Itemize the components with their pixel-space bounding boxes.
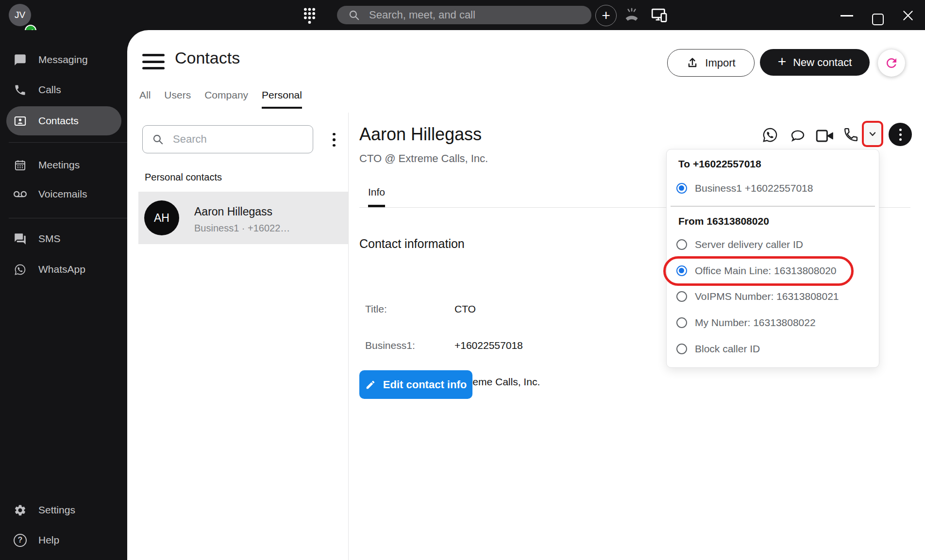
contacts-section-label: Personal contacts (145, 172, 222, 183)
sidebar-divider (9, 218, 127, 218)
message-action-icon[interactable] (790, 128, 806, 143)
sidebar-item-settings[interactable]: Settings (0, 496, 127, 524)
sidebar-divider (9, 142, 127, 143)
incoming-call-icon[interactable] (623, 7, 640, 23)
contacts-tabs: All Users Company Personal (139, 89, 302, 107)
new-contact-button[interactable]: + New contact (760, 49, 870, 76)
maximize-button[interactable] (872, 14, 884, 25)
gear-icon (14, 504, 27, 517)
tab-personal[interactable]: Personal (262, 89, 302, 107)
sidebar-item-voicemails[interactable]: Voicemails (0, 181, 127, 208)
sidebar-item-label: WhatsApp (38, 264, 85, 275)
more-options-kebab-button[interactable] (889, 123, 912, 146)
tab-all[interactable]: All (139, 89, 151, 107)
menu-icon[interactable] (142, 54, 165, 69)
from-option-label: VoIPMS Number: 16313808021 (695, 291, 839, 302)
menu-divider (671, 206, 875, 207)
from-option-office-main-line[interactable]: Office Main Line: 16313808020 (676, 262, 871, 280)
video-call-action-icon[interactable] (816, 129, 834, 143)
chat-bubble-icon (14, 53, 27, 66)
contacts-search[interactable] (142, 125, 313, 153)
to-option-business1[interactable]: Business1 +16022557018 (676, 179, 871, 198)
contact-list-item[interactable]: AH Aaron Hillegass Business1 · +16022… (138, 192, 348, 244)
import-button[interactable]: Import (667, 49, 755, 77)
search-icon (151, 133, 164, 146)
radio-icon[interactable] (676, 344, 687, 354)
main-panel: Contacts Import + New contact All Users … (127, 30, 925, 560)
contact-name: Aaron Hillegass (194, 205, 272, 218)
from-option-label: Office Main Line: 16313808020 (695, 265, 837, 277)
import-button-label: Import (705, 57, 735, 69)
sidebar-item-label: SMS (38, 233, 61, 245)
call-action-icon[interactable] (843, 127, 859, 143)
plus-icon: + (778, 53, 787, 70)
to-number-header: To +16022557018 (678, 158, 761, 170)
voicemail-icon (14, 188, 27, 201)
tab-info[interactable]: Info (368, 186, 385, 207)
sidebar-item-label: Settings (38, 504, 75, 516)
from-option-label: My Number: 16313808022 (695, 317, 816, 329)
whatsapp-action-icon[interactable] (761, 126, 779, 144)
sidebar-item-label: Voicemails (38, 188, 87, 200)
field-value: CTO (454, 303, 476, 315)
tab-company[interactable]: Company (204, 89, 248, 107)
edit-contact-info-button[interactable]: Edit contact info (359, 370, 472, 399)
avatar[interactable]: JV (9, 4, 31, 26)
sidebar-item-help[interactable]: ? Help (0, 527, 127, 554)
plus-icon: + (602, 7, 610, 24)
field-value: +16022557018 (454, 340, 523, 351)
to-option-label: Business1 +16022557018 (695, 182, 813, 194)
from-option-voipms-number[interactable]: VoIPMS Number: 16313808021 (676, 287, 871, 306)
phone-icon (14, 83, 27, 97)
list-options-kebab-icon[interactable] (324, 130, 344, 149)
from-option-label: Server delivery caller ID (695, 239, 803, 250)
from-option-my-number[interactable]: My Number: 16313808022 (676, 313, 871, 332)
sidebar-nav: Messaging Calls Contacts (0, 30, 127, 560)
sidebar-item-contacts[interactable]: Contacts (6, 106, 121, 135)
global-search[interactable] (337, 6, 591, 24)
caller-id-menu: To +16022557018 Business1 +16022557018 F… (666, 149, 879, 368)
sidebar-item-sms[interactable]: SMS (0, 225, 127, 252)
new-action-button[interactable]: + (595, 5, 617, 26)
sidebar-item-meetings[interactable]: Meetings (0, 151, 127, 179)
contact-information-title: Contact information (359, 237, 465, 251)
global-search-input[interactable] (368, 8, 587, 22)
page-title: Contacts (175, 49, 240, 67)
detail-contact-title: CTO @ Extreme Calls, Inc. (359, 152, 488, 165)
devices-icon[interactable] (651, 7, 668, 23)
caller-id-dropdown-button[interactable] (862, 121, 883, 147)
sidebar-item-messaging[interactable]: Messaging (0, 46, 127, 73)
panel-divider (348, 113, 349, 560)
contact-subtitle: Business1 · +16022… (194, 223, 290, 234)
radio-icon[interactable] (676, 291, 687, 302)
sidebar-item-label: Meetings (38, 159, 80, 171)
field-label: Business1: (365, 340, 415, 351)
contact-avatar: AH (144, 200, 179, 235)
radio-icon[interactable] (676, 317, 687, 328)
radio-icon[interactable] (676, 239, 687, 250)
close-button[interactable] (899, 9, 917, 22)
upload-icon (686, 57, 699, 69)
calendar-icon (14, 159, 27, 172)
from-option-block-caller-id[interactable]: Block caller ID (676, 340, 871, 358)
sidebar-item-whatsapp[interactable]: WhatsApp (0, 256, 127, 283)
radio-icon[interactable] (676, 265, 687, 276)
refresh-button[interactable] (878, 49, 905, 77)
sidebar-item-label: Contacts (38, 115, 79, 127)
sidebar-item-label: Messaging (38, 54, 88, 66)
search-icon (348, 9, 360, 21)
minimize-button[interactable] (838, 10, 856, 21)
contacts-search-input[interactable] (172, 132, 314, 146)
tab-users[interactable]: Users (164, 89, 191, 107)
dialpad-icon[interactable] (303, 7, 316, 25)
from-option-server-delivery[interactable]: Server delivery caller ID (676, 235, 871, 254)
from-number-header: From 16313808020 (678, 215, 769, 227)
sms-icon (14, 232, 27, 246)
sidebar-item-label: Help (38, 534, 59, 546)
pencil-icon (365, 379, 376, 390)
refresh-icon (884, 56, 899, 70)
contact-card-icon (14, 115, 27, 128)
radio-icon[interactable] (676, 183, 687, 194)
detail-contact-name: Aaron Hillegass (359, 124, 482, 145)
sidebar-item-calls[interactable]: Calls (0, 76, 127, 103)
